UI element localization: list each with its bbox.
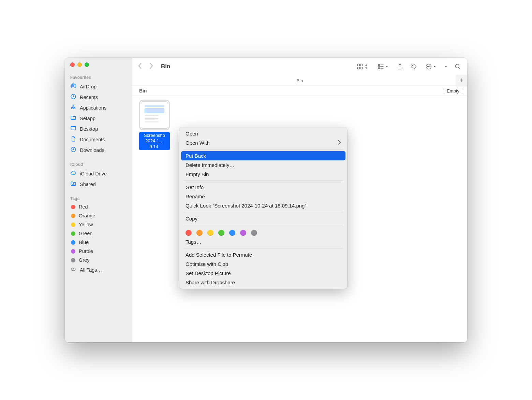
sidebar-item-documents[interactable]: Documents [65,134,132,145]
file-thumbnail [141,101,168,129]
favourites-section-label: Favourites [65,73,132,81]
actions-button[interactable] [422,62,440,71]
sidebar-tag-orange[interactable]: Orange [65,211,132,220]
context-menu: Open Open With Put Back Delete Immediate… [179,127,347,289]
cloud-icon [70,170,76,177]
menu-item-open[interactable]: Open [179,129,347,138]
sidebar-item-airdrop[interactable]: AirDrop [65,81,132,92]
menu-item-delete-immediately[interactable]: Delete Immediately… [179,160,347,170]
all-tags-icon [70,266,76,273]
menu-separator [183,212,343,212]
menu-item-set-desktop-picture[interactable]: Set Desktop Picture [179,269,347,278]
sidebar-item-label: Yellow [79,222,93,227]
tag-dot-icon [71,231,75,236]
menu-item-empty-bin[interactable]: Empty Bin [179,170,347,179]
tag-option-blue[interactable] [229,230,235,236]
nav-arrows [136,62,156,71]
sidebar-tag-yellow[interactable]: Yellow [65,220,132,229]
sidebar-item-label: Downloads [80,147,104,153]
sidebar-item-shared[interactable]: Shared [65,179,132,189]
finder-window: Favourites AirDrop Recents Applications … [65,58,467,342]
search-button[interactable] [452,62,463,71]
tag-option-purple[interactable] [240,230,246,236]
forward-button[interactable] [149,62,153,71]
sidebar-tag-red[interactable]: Red [65,202,132,211]
sidebar-tag-blue[interactable]: Blue [65,238,132,247]
close-button[interactable] [70,62,75,67]
sidebar-item-label: Documents [80,137,105,142]
sidebar-item-label: All Tags… [80,267,102,273]
view-mode-button[interactable] [353,62,371,71]
tags-button[interactable] [408,62,419,71]
tag-dot-icon [71,223,75,227]
menu-separator [183,181,343,181]
tag-option-yellow[interactable] [207,230,213,236]
menu-separator [183,225,343,225]
tag-dot-icon [71,205,75,209]
svg-rect-12 [379,66,380,67]
new-tab-button[interactable]: + [456,75,467,86]
shared-folder-icon [70,181,76,188]
sidebar-item-recents[interactable]: Recents [65,92,132,102]
sidebar-item-applications[interactable]: Applications [65,102,132,113]
location-label: Bin [139,88,147,94]
menu-item-add-to-permute[interactable]: Add Selected File to Permute [179,250,347,259]
sidebar-item-setapp[interactable]: Setapp [65,113,132,124]
menu-item-share-dropshare[interactable]: Share with Dropshare [179,278,347,287]
sidebar-tag-green[interactable]: Green [65,229,132,238]
tag-option-red[interactable] [186,230,192,236]
minimize-button[interactable] [77,62,82,67]
fullscreen-button[interactable] [85,62,89,67]
back-button[interactable] [138,62,143,71]
icloud-section-label: iCloud [65,160,132,168]
menu-item-quick-look[interactable]: Quick Look “Screenshot 2024-10-24 at 18.… [179,201,347,210]
sidebar-item-desktop[interactable]: Desktop [65,124,132,134]
svg-rect-13 [379,68,380,69]
folder-icon [70,115,76,122]
document-icon [70,136,76,143]
menu-item-get-info[interactable]: Get Info [179,183,347,192]
menu-item-copy[interactable]: Copy [179,214,347,223]
sidebar-all-tags[interactable]: All Tags… [65,265,132,275]
sidebar-item-label: Grey [79,257,89,263]
sidebar-item-label: Shared [80,182,96,187]
menu-separator [183,149,343,149]
svg-rect-11 [379,64,380,65]
path-bar-location[interactable]: Bin [297,78,303,83]
toolbar: Bin [132,58,467,75]
menu-item-rename[interactable]: Rename [179,192,347,201]
svg-rect-2 [71,127,76,130]
tag-option-orange[interactable] [196,230,203,236]
tag-dot-icon [71,240,75,245]
window-controls [65,62,132,73]
sidebar-item-label: AirDrop [80,84,97,89]
airdrop-icon [70,83,76,90]
menu-item-open-with[interactable]: Open With [179,138,347,147]
sidebar-item-label: iCloud Drive [80,171,107,176]
file-item[interactable]: Screensho 2024-1…9.14. [139,101,170,150]
menu-item-put-back[interactable]: Put Back [181,151,345,160]
group-by-button[interactable] [374,62,392,71]
empty-bin-button[interactable]: Empty [443,88,463,94]
applications-icon [70,104,76,111]
share-button[interactable] [395,62,405,71]
dropdown-button[interactable] [442,64,449,70]
svg-point-19 [455,64,459,68]
tag-option-green[interactable] [218,230,224,236]
menu-item-optimise-clop[interactable]: Optimise with Clop [179,259,347,269]
tag-option-grey[interactable] [251,230,257,236]
sidebar-item-label: Purple [79,248,93,254]
window-title: Bin [161,63,170,70]
chevron-right-icon [338,140,341,146]
sidebar: Favourites AirDrop Recents Applications … [65,58,132,342]
menu-item-tags[interactable]: Tags… [179,237,347,246]
sidebar-tag-purple[interactable]: Purple [65,247,132,256]
sidebar-item-icloud-drive[interactable]: iCloud Drive [65,168,132,179]
download-icon [70,146,76,154]
sidebar-item-downloads[interactable]: Downloads [65,145,132,155]
tag-dot-icon [71,214,75,218]
file-name: Screensho 2024-1…9.14. [139,132,170,150]
sidebar-item-label: Blue [79,240,89,245]
svg-point-0 [73,85,74,87]
sidebar-tag-grey[interactable]: Grey [65,256,132,265]
